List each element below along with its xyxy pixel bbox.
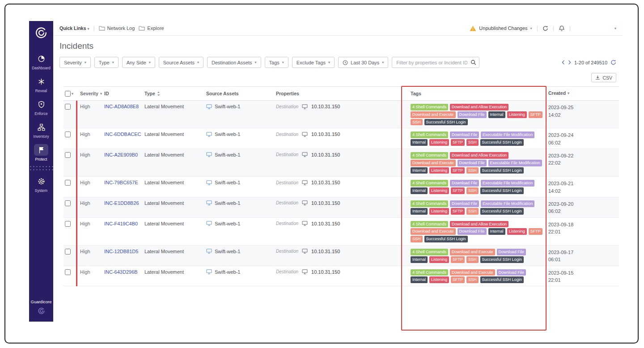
tag-pill[interactable]: Successful SSH Login xyxy=(480,256,524,263)
tag-pill[interactable]: SFTP xyxy=(529,228,542,235)
next-page-button[interactable] xyxy=(568,60,571,65)
previous-page-button[interactable] xyxy=(562,60,565,65)
tag-pill[interactable]: 4 Shell Commands xyxy=(411,104,448,110)
tag-pill[interactable]: SFTP xyxy=(451,276,465,283)
export-csv-button[interactable]: CSV xyxy=(591,73,616,82)
sidebar-item-protect[interactable]: Protect xyxy=(29,144,53,161)
row-checkbox[interactable] xyxy=(65,200,71,206)
tag-pill[interactable]: Executable File Modification xyxy=(488,160,542,166)
guardicore-logo-icon[interactable] xyxy=(33,25,49,41)
filter-dropdown-type[interactable]: Type▾ xyxy=(94,57,119,68)
tag-pill[interactable]: SFTP xyxy=(451,187,465,194)
search-input[interactable] xyxy=(392,57,479,68)
incident-id-link[interactable]: INC-E1DD8B26 xyxy=(104,200,139,206)
tag-pill[interactable]: Successful SSH Login xyxy=(480,139,524,146)
column-header-type[interactable]: Type xyxy=(144,91,206,96)
tag-pill[interactable]: Download and Execute xyxy=(450,269,495,276)
tag-pill[interactable]: Download and Execute xyxy=(411,111,456,118)
row-checkbox[interactable] xyxy=(65,249,71,255)
tag-pill[interactable]: Successful SSH Login xyxy=(424,236,468,242)
tag-pill[interactable]: Listening xyxy=(507,111,527,118)
tag-pill[interactable]: Listening xyxy=(429,276,449,283)
table-row[interactable]: High INC-12DB81D5 Lateral Movement Swift… xyxy=(64,246,619,266)
column-header-id[interactable]: ID xyxy=(104,91,144,96)
tag-pill[interactable]: Internal xyxy=(411,187,428,194)
row-checkbox[interactable] xyxy=(65,269,71,275)
select-all-caret-icon[interactable]: ▾ xyxy=(72,92,73,96)
sidebar-item-enforce[interactable]: Enforce xyxy=(29,98,53,116)
filter-dropdown-any-side[interactable]: Any Side▾ xyxy=(122,57,155,68)
tag-pill[interactable]: Executable File Modification xyxy=(481,180,534,187)
tag-pill[interactable]: 4 Shell Commands xyxy=(411,249,448,255)
tag-pill[interactable]: SFTP xyxy=(451,139,465,146)
tag-pill[interactable]: Internal xyxy=(488,228,505,235)
table-row[interactable]: High INC-E1DD8B26 Lateral Movement Swift… xyxy=(64,197,619,218)
tag-pill[interactable]: 4 Shell Commands xyxy=(411,200,448,207)
tag-pill[interactable]: SFTP xyxy=(529,111,542,118)
column-header-tags[interactable]: Tags xyxy=(411,91,548,96)
tag-pill[interactable]: SSH xyxy=(466,167,479,174)
incident-id-link[interactable]: INC-F419C4B0 xyxy=(104,221,138,226)
row-checkbox[interactable] xyxy=(65,221,71,227)
table-row[interactable]: High INC-6DDBACEC Lateral Movement Swift… xyxy=(64,128,619,149)
incident-id-link[interactable]: INC-12DB81D5 xyxy=(104,249,138,254)
tag-pill[interactable]: Download and Execute xyxy=(411,160,456,166)
tag-pill[interactable]: Download File xyxy=(458,228,487,235)
tag-pill[interactable]: 4 Shell Commands xyxy=(411,221,448,228)
tag-pill[interactable]: Listening xyxy=(507,228,527,235)
refresh-list-button[interactable] xyxy=(610,59,616,65)
tag-pill[interactable]: SSH xyxy=(466,187,479,194)
tag-pill[interactable]: 4 Shell Commands xyxy=(411,132,448,138)
tag-pill[interactable]: SSH xyxy=(411,236,423,242)
tag-pill[interactable]: SSH xyxy=(466,256,479,263)
tag-pill[interactable]: Internal xyxy=(411,139,428,146)
table-row[interactable]: High INC-643D296B Lateral Movement Swift… xyxy=(64,266,619,287)
filter-dropdown-exclude-tags[interactable]: Exclude Tags▾ xyxy=(292,57,335,68)
tag-pill[interactable]: Download and Allow Execution xyxy=(450,221,508,228)
filter-dropdown-severity[interactable]: Severity▾ xyxy=(59,57,91,68)
tag-pill[interactable]: SSH xyxy=(466,276,479,283)
sidebar-item-reveal[interactable]: Reveal xyxy=(29,76,53,93)
tag-pill[interactable]: Executable File Modification xyxy=(481,200,534,207)
table-row[interactable]: High INC-A2E909B0 Lateral Movement Swift… xyxy=(64,149,619,177)
tag-pill[interactable]: Successful SSH Login xyxy=(480,167,524,174)
tag-pill[interactable]: Download File xyxy=(450,132,479,138)
tag-pill[interactable]: Download File xyxy=(458,160,487,166)
tag-pill[interactable]: Download and Execute xyxy=(450,249,495,255)
column-header-source-assets[interactable]: Source Assets xyxy=(206,91,276,96)
row-checkbox[interactable] xyxy=(65,180,71,186)
tag-pill[interactable]: 4 Shell Commands xyxy=(411,152,448,159)
row-checkbox[interactable] xyxy=(65,152,71,158)
tag-pill[interactable]: Successful SSH Login xyxy=(480,276,524,283)
filter-dropdown-tags[interactable]: Tags▾ xyxy=(265,57,288,68)
table-row[interactable]: High INC-F419C4B0 Lateral Movement Swift… xyxy=(64,218,619,246)
tag-pill[interactable]: SSH xyxy=(411,119,423,126)
tag-pill[interactable]: Internal xyxy=(411,256,428,263)
select-all-checkbox[interactable] xyxy=(65,91,71,97)
column-header-created[interactable]: Created▾ xyxy=(548,90,619,97)
tag-pill[interactable]: Download File xyxy=(450,180,479,187)
incident-id-link[interactable]: INC-AD8A08E8 xyxy=(104,104,139,109)
tag-pill[interactable]: Listening xyxy=(429,167,449,174)
tag-pill[interactable]: Download File xyxy=(497,269,526,276)
tag-pill[interactable]: Download File xyxy=(458,111,487,118)
tag-pill[interactable]: Successful SSH Login xyxy=(480,208,524,215)
network-log-link[interactable]: Network Log xyxy=(99,25,135,31)
tag-pill[interactable]: Internal xyxy=(411,167,428,174)
incident-id-link[interactable]: INC-A2E909B0 xyxy=(104,152,138,157)
tag-pill[interactable]: 4 Shell Commands xyxy=(411,269,448,276)
quick-links-menu[interactable]: Quick Links ▾ xyxy=(59,25,89,31)
tag-pill[interactable]: Listening xyxy=(429,208,449,215)
column-header-severity[interactable]: Severity▾ xyxy=(76,91,104,96)
sidebar-item-dashboard[interactable]: Dashboard xyxy=(29,53,53,70)
user-menu-dropdown[interactable]: ▾ xyxy=(575,26,616,30)
tag-pill[interactable]: Download and Allow Execution xyxy=(450,104,508,110)
unpublished-changes-dropdown[interactable]: Unpublished Changes ▾ xyxy=(470,25,532,31)
tag-pill[interactable]: Listening xyxy=(429,187,449,194)
explore-link[interactable]: Explore xyxy=(139,25,164,31)
table-row[interactable]: High INC-79BC657E Lateral Movement Swift… xyxy=(64,177,619,197)
filter-dropdown-destination-assets[interactable]: Destination Assets▾ xyxy=(207,57,261,68)
incident-id-link[interactable]: INC-79BC657E xyxy=(104,180,138,185)
row-checkbox[interactable] xyxy=(65,132,71,137)
incident-id-link[interactable]: INC-643D296B xyxy=(104,269,138,275)
